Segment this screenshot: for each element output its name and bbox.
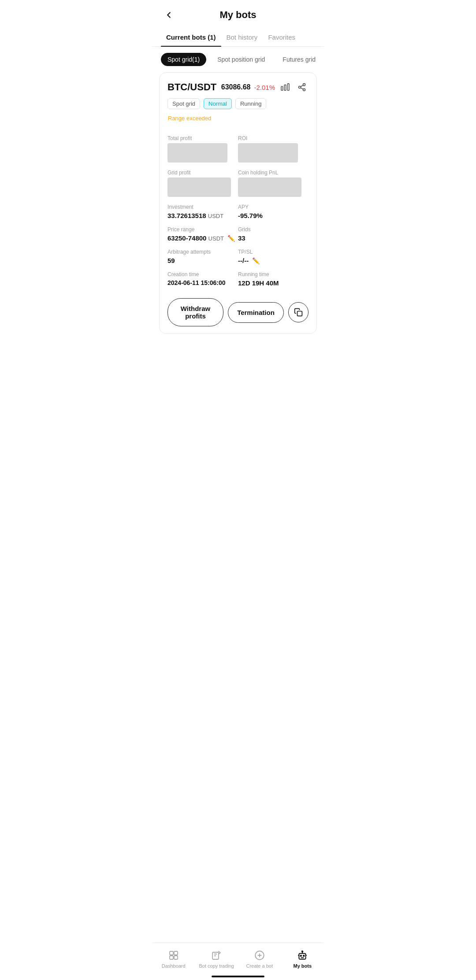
stat-coin-holding: Coin holding PnL xyxy=(238,166,309,200)
page-title: My bots xyxy=(177,9,299,21)
tag-spot-grid: Spot grid xyxy=(167,98,200,109)
stat-apy-label: APY xyxy=(238,204,309,210)
current-price: 63086.68 xyxy=(221,83,251,91)
stat-running-time-label: Running time xyxy=(238,271,309,277)
stat-arbitrage: Arbitrage attempts 59 xyxy=(167,245,238,268)
stat-arbitrage-label: Arbitrage attempts xyxy=(167,249,238,255)
stat-tpsl-value: --/-- ✏️ xyxy=(238,257,309,264)
stat-price-range-value: 63250-74800 USDT ✏️ xyxy=(167,234,238,242)
svg-line-7 xyxy=(301,85,303,86)
stat-grid-profit-label: Grid profit xyxy=(167,170,238,176)
back-button[interactable] xyxy=(161,7,177,23)
stat-running-time-value: 12D 19H 40M xyxy=(238,279,309,287)
stat-creation-time-value: 2024-06-11 15:06:00 xyxy=(167,279,238,286)
share-icon[interactable] xyxy=(295,81,309,94)
stat-tpsl-label: TP/SL xyxy=(238,249,309,255)
svg-line-6 xyxy=(301,88,303,89)
stat-investment-value: 33.72613518 USDT xyxy=(167,212,238,219)
stat-price-range: Price range 63250-74800 USDT ✏️ xyxy=(167,223,238,245)
stat-tpsl: TP/SL --/-- ✏️ xyxy=(238,245,309,268)
price-area: 63086.68 -2.01% xyxy=(221,81,309,94)
tab-favorites[interactable]: Favorites xyxy=(263,29,301,46)
svg-rect-2 xyxy=(287,84,289,90)
tpsl-edit-icon[interactable]: ✏️ xyxy=(252,257,260,264)
svg-rect-8 xyxy=(298,311,302,316)
tab-bar: Current bots (1) Bot history Favorites xyxy=(152,29,324,47)
svg-rect-1 xyxy=(284,85,286,91)
filter-row: Spot grid(1) Spot position grid Futures … xyxy=(152,47,324,72)
chart-icon[interactable] xyxy=(279,81,292,94)
svg-point-3 xyxy=(303,84,305,86)
stat-total-profit: Total profit xyxy=(167,132,238,166)
stat-creation-time-label: Creation time xyxy=(167,271,238,277)
filter-futures-grid[interactable]: Futures grid xyxy=(276,53,322,66)
stat-price-range-label: Price range xyxy=(167,226,238,233)
stat-arbitrage-value: 59 xyxy=(167,257,238,264)
stat-grids: Grids 33 xyxy=(238,223,309,245)
stat-total-profit-label: Total profit xyxy=(167,135,238,141)
tag-range-exceeded: Range exceeded xyxy=(167,113,216,124)
copy-bot-button[interactable] xyxy=(288,302,309,322)
stat-grid-profit-value xyxy=(167,178,231,197)
stat-creation-time: Creation time 2024-06-11 15:06:00 xyxy=(167,268,238,290)
price-range-edit-icon[interactable]: ✏️ xyxy=(227,235,235,242)
stat-coin-holding-label: Coin holding PnL xyxy=(238,170,309,176)
stat-running-time: Running time 12D 19H 40M xyxy=(238,268,309,290)
price-change: -2.01% xyxy=(254,84,275,91)
tags-row: Spot grid Normal Running Range exceeded xyxy=(167,98,309,124)
tab-current-bots[interactable]: Current bots (1) xyxy=(161,29,221,46)
filter-spot-position-grid[interactable]: Spot position grid xyxy=(211,53,271,66)
stat-grids-value: 33 xyxy=(238,234,309,242)
trading-pair: BTC/USDT xyxy=(167,81,216,93)
stat-investment-label: Investment xyxy=(167,204,238,210)
stat-apy: APY -95.79% xyxy=(238,200,309,223)
svg-point-5 xyxy=(303,89,305,91)
stat-roi: ROI xyxy=(238,132,309,166)
stat-grid-profit: Grid profit xyxy=(167,166,238,200)
stat-roi-label: ROI xyxy=(238,135,309,141)
tag-normal: Normal xyxy=(204,98,232,109)
withdraw-profits-button[interactable]: Withdraw profits xyxy=(167,298,223,326)
termination-button[interactable]: Termination xyxy=(228,302,284,323)
tag-running: Running xyxy=(235,98,266,109)
header: My bots xyxy=(152,0,324,27)
tab-bot-history[interactable]: Bot history xyxy=(221,29,263,46)
card-header: BTC/USDT 63086.68 -2.01% xyxy=(167,81,309,94)
stat-total-profit-value xyxy=(167,143,227,163)
filter-spot-grid[interactable]: Spot grid(1) xyxy=(161,53,206,66)
stat-grids-label: Grids xyxy=(238,226,309,233)
stat-coin-holding-value xyxy=(238,178,301,197)
stat-roi-value xyxy=(238,143,298,163)
svg-point-4 xyxy=(299,86,301,89)
stat-investment: Investment 33.72613518 USDT xyxy=(167,200,238,223)
bot-card: BTC/USDT 63086.68 -2.01% xyxy=(159,72,317,334)
stat-apy-value: -95.79% xyxy=(238,212,309,219)
action-row: Withdraw profits Termination xyxy=(167,298,309,326)
svg-rect-0 xyxy=(281,86,283,90)
stats-grid: Total profit ROI Grid profit Coin holdin… xyxy=(167,132,309,290)
